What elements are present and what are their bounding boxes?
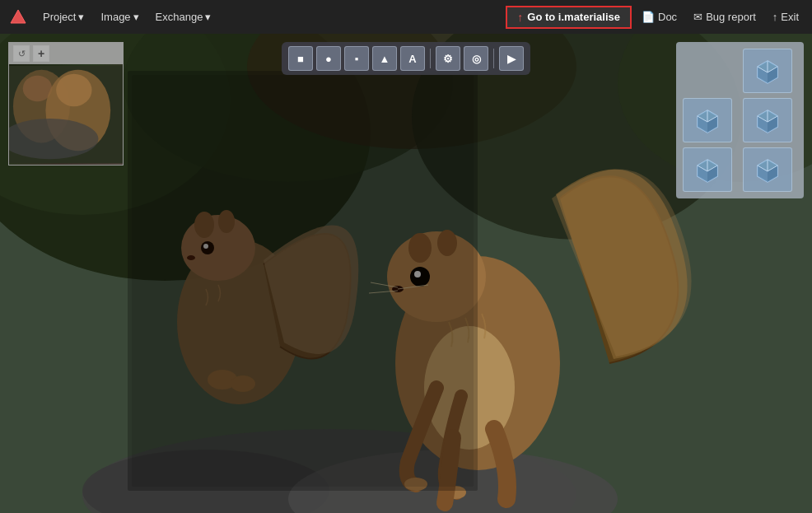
refresh-thumbnail-button[interactable]: ↺: [13, 45, 30, 62]
svg-point-39: [56, 74, 91, 106]
svg-marker-0: [11, 10, 26, 23]
toolbar-separator-1: [430, 49, 431, 68]
view-slot-empty: [683, 49, 732, 93]
goto-imaterialise-button[interactable]: ↑ Go to i.materialise: [506, 6, 632, 29]
view-button-1[interactable]: [743, 49, 792, 93]
add-thumbnail-button[interactable]: +: [33, 45, 49, 62]
tool-target[interactable]: ◎: [464, 46, 488, 71]
main-area: ↺ + ■ ● ▪ ▲: [0, 34, 812, 513]
tool-rectangle[interactable]: ■: [288, 46, 313, 71]
tool-gear[interactable]: ⚙: [436, 46, 460, 71]
navbar: Project ▾ Image ▾ Exchange ▾ ↑ Go to i.m…: [0, 0, 812, 34]
bug-report-button[interactable]: ✉ Bug report: [687, 7, 763, 26]
view-button-3[interactable]: [743, 98, 792, 142]
tool-triangle[interactable]: ▲: [372, 46, 397, 71]
view-button-4[interactable]: [683, 147, 732, 192]
right-panel: [676, 42, 804, 198]
left-panel: ↺ +: [8, 42, 124, 166]
app-logo: [7, 6, 30, 29]
menu-project[interactable]: Project ▾: [36, 7, 91, 26]
view-button-5[interactable]: [743, 147, 792, 192]
view-button-2[interactable]: [683, 98, 732, 142]
center-toolbar: ■ ● ▪ ▲ A ⚙ ◎ ▶: [282, 42, 530, 75]
menu-exchange[interactable]: Exchange ▾: [149, 7, 218, 26]
menu-image[interactable]: Image ▾: [94, 7, 145, 26]
tool-text[interactable]: A: [400, 46, 425, 71]
tool-arrow[interactable]: ▶: [499, 46, 524, 71]
toolbar-separator-2: [493, 49, 494, 68]
thumbnail-image: [9, 64, 123, 165]
thumbnail-controls: ↺ +: [9, 43, 123, 64]
exit-button[interactable]: ↑ Exit: [766, 7, 805, 26]
tool-cube[interactable]: ▪: [344, 46, 369, 71]
svg-rect-34: [132, 75, 474, 487]
tool-circle[interactable]: ●: [316, 46, 341, 71]
doc-button[interactable]: 📄 Doc: [635, 7, 684, 26]
